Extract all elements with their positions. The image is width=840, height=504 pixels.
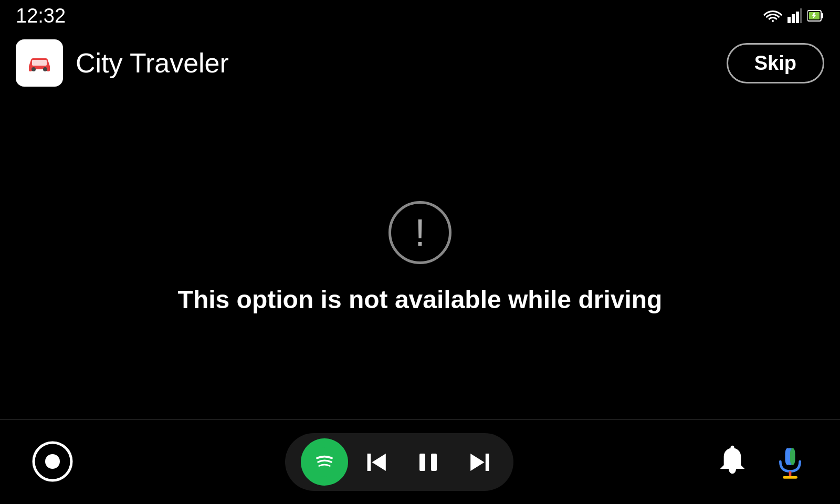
notification-button[interactable]	[714, 443, 751, 481]
svg-marker-19	[470, 454, 484, 471]
battery-icon	[807, 8, 824, 23]
main-content: ! This option is not available while dri…	[0, 94, 840, 420]
app-info: City Traveler	[16, 39, 229, 87]
svg-rect-25	[790, 448, 795, 465]
prev-button[interactable]	[353, 443, 403, 482]
svg-rect-23	[783, 476, 797, 479]
svg-rect-14	[367, 454, 371, 471]
time-display: 12:32	[16, 5, 66, 27]
app-icon	[16, 39, 63, 87]
app-header: City Traveler Skip	[0, 32, 840, 94]
error-message: This option is not available while drivi…	[178, 285, 663, 314]
spotify-button[interactable]	[301, 438, 348, 486]
bottom-bar	[0, 420, 840, 504]
media-controls	[285, 433, 513, 491]
status-bar: 12:32	[0, 0, 840, 32]
svg-rect-5	[821, 13, 823, 18]
next-button[interactable]	[453, 443, 503, 482]
exclamation-mark: !	[415, 214, 425, 251]
svg-point-9	[32, 67, 36, 71]
right-controls	[714, 443, 808, 481]
svg-marker-15	[372, 454, 385, 471]
app-title: City Traveler	[76, 47, 229, 79]
error-icon: !	[388, 201, 452, 264]
svg-rect-17	[431, 454, 437, 471]
svg-point-10	[43, 67, 47, 71]
svg-rect-1	[792, 14, 795, 23]
svg-rect-22	[789, 471, 792, 476]
home-button[interactable]	[32, 440, 74, 484]
svg-rect-0	[788, 17, 791, 23]
svg-rect-18	[485, 454, 489, 471]
pause-button[interactable]	[403, 443, 453, 482]
svg-point-13	[310, 447, 339, 477]
status-icons	[763, 8, 824, 23]
svg-rect-20	[731, 445, 734, 449]
svg-rect-16	[419, 454, 425, 471]
signal-icon	[788, 8, 802, 23]
svg-rect-24	[785, 448, 790, 465]
wifi-icon	[763, 8, 782, 23]
svg-rect-2	[796, 12, 799, 23]
svg-point-12	[45, 454, 60, 469]
svg-rect-8	[32, 60, 47, 66]
skip-button[interactable]: Skip	[727, 43, 824, 83]
voice-button[interactable]	[772, 443, 808, 481]
svg-rect-3	[800, 8, 802, 23]
car-icon	[24, 47, 55, 79]
